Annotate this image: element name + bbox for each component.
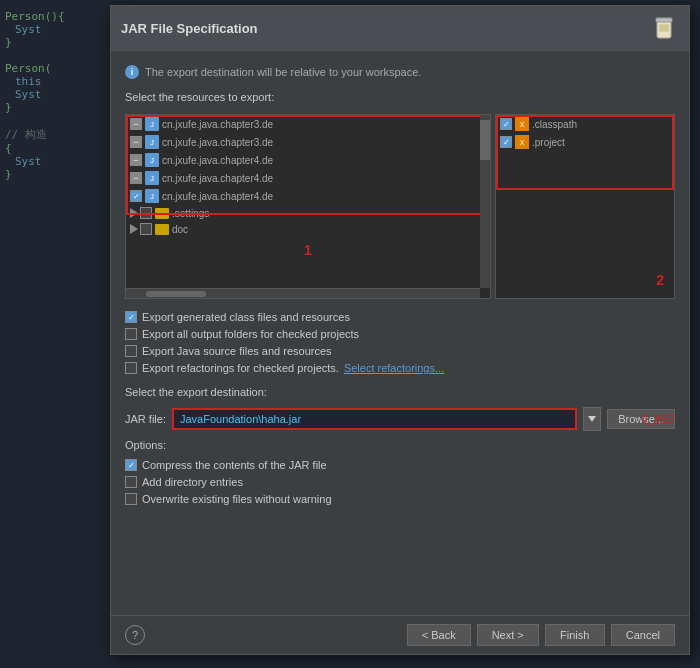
add-directory-label: Add directory entries [142, 476, 243, 488]
tree-item-label: cn.jxufe.java.chapter4.de [162, 173, 273, 184]
export-options: Export generated class files and resourc… [125, 307, 675, 378]
dialog-title-bar: JAR File Specification [111, 6, 689, 51]
jar-annotation: 0_3657 [642, 414, 675, 425]
tree-item-label: cn.jxufe.java.chapter4.de [162, 191, 273, 202]
right-file-panel[interactable]: 2 X .classpath X .project [495, 114, 675, 299]
tree-checkbox[interactable] [130, 190, 142, 202]
xml-icon: X [515, 117, 529, 131]
export-class-files-checkbox[interactable] [125, 311, 137, 323]
finish-button[interactable]: Finish [545, 624, 605, 646]
export-refactorings-row[interactable]: Export refactorings for checked projects… [125, 362, 675, 374]
tree-checkbox[interactable] [130, 154, 142, 166]
annotation-1: 1 [304, 242, 312, 258]
tree-item-label: doc [172, 224, 188, 235]
folder-icon [155, 208, 169, 219]
dialog-body: i The export destination will be relativ… [111, 51, 689, 615]
tree-item[interactable]: J cn.jxufe.java.chapter4.de [126, 187, 490, 205]
dropdown-arrow[interactable] [583, 407, 601, 431]
xml-icon: X [515, 135, 529, 149]
scrollbar-thumb[interactable] [146, 291, 206, 297]
cancel-button[interactable]: Cancel [611, 624, 675, 646]
file-checkbox[interactable] [500, 136, 512, 148]
export-output-folders-row[interactable]: Export all output folders for checked pr… [125, 328, 675, 340]
jar-row: JAR file: 0_3657 Browse... [125, 407, 675, 431]
info-bar: i The export destination will be relativ… [125, 61, 675, 83]
tree-item-doc[interactable]: doc [126, 221, 490, 237]
file-checkbox[interactable] [500, 118, 512, 130]
java-package-icon: J [145, 189, 159, 203]
chevron-down-icon [588, 416, 596, 422]
tree-item-label: cn.jxufe.java.chapter3.de [162, 119, 273, 130]
info-text: The export destination will be relative … [145, 66, 421, 78]
tree-item-label: cn.jxufe.java.chapter4.de [162, 155, 273, 166]
file-label: .classpath [532, 119, 577, 130]
export-output-folders-checkbox[interactable] [125, 328, 137, 340]
tree-checkbox[interactable] [130, 118, 142, 130]
java-package-icon: J [145, 171, 159, 185]
help-button[interactable]: ? [125, 625, 145, 645]
destination-label: Select the export destination: [125, 386, 675, 398]
tree-item[interactable]: J cn.jxufe.java.chapter3.de [126, 115, 490, 133]
dialog-footer: ? < Back Next > Finish Cancel [111, 615, 689, 654]
tree-checkbox[interactable] [140, 223, 152, 235]
options-section: Options: Compress the contents of the JA… [125, 439, 675, 505]
tree-panel[interactable]: 1 J cn.jxufe.java.chapter3.de J cn.jxufe… [125, 114, 491, 299]
java-package-icon: J [145, 135, 159, 149]
export-refactorings-label: Export refactorings for checked projects… [142, 362, 339, 374]
compress-checkbox[interactable] [125, 459, 137, 471]
export-java-source-label: Export Java source files and resources [142, 345, 332, 357]
java-package-icon: J [145, 117, 159, 131]
dialog-title: JAR File Specification [121, 21, 258, 36]
export-java-source-row[interactable]: Export Java source files and resources [125, 345, 675, 357]
export-java-source-checkbox[interactable] [125, 345, 137, 357]
select-refactorings-link[interactable]: Select refactorings... [344, 362, 444, 374]
jar-specification-dialog: JAR File Specification i The export dest… [110, 5, 690, 655]
info-icon: i [125, 65, 139, 79]
collapse-triangle [130, 208, 138, 218]
add-directory-row[interactable]: Add directory entries [125, 476, 675, 488]
tree-item-settings[interactable]: .settings [126, 205, 490, 221]
overwrite-row[interactable]: Overwrite existing files without warning [125, 493, 675, 505]
add-directory-checkbox[interactable] [125, 476, 137, 488]
scrollbar-thumb[interactable] [480, 120, 490, 160]
overwrite-label: Overwrite existing files without warning [142, 493, 332, 505]
back-button[interactable]: < Back [407, 624, 471, 646]
export-output-folders-label: Export all output folders for checked pr… [142, 328, 359, 340]
jar-icon [647, 12, 679, 44]
tree-item-label: cn.jxufe.java.chapter3.de [162, 137, 273, 148]
svg-rect-1 [656, 18, 672, 22]
horizontal-scrollbar[interactable] [126, 288, 480, 298]
tree-checkbox[interactable] [130, 136, 142, 148]
resources-label: Select the resources to export: [125, 91, 675, 103]
overwrite-checkbox[interactable] [125, 493, 137, 505]
jar-input-wrapper: 0_3657 [172, 408, 577, 430]
export-class-files-row[interactable]: Export generated class files and resourc… [125, 311, 675, 323]
project-item[interactable]: X .project [496, 133, 674, 151]
tree-checkbox[interactable] [130, 172, 142, 184]
file-label: .project [532, 137, 565, 148]
java-package-icon: J [145, 153, 159, 167]
vertical-scrollbar[interactable] [480, 115, 490, 288]
jar-file-input[interactable] [174, 410, 575, 428]
tree-item[interactable]: J cn.jxufe.java.chapter4.de [126, 169, 490, 187]
export-refactorings-checkbox[interactable] [125, 362, 137, 374]
classpath-item[interactable]: X .classpath [496, 115, 674, 133]
tree-item[interactable]: J cn.jxufe.java.chapter3.de [126, 133, 490, 151]
options-label: Options: [125, 439, 675, 451]
tree-item[interactable]: J cn.jxufe.java.chapter4.de [126, 151, 490, 169]
resources-panel: 1 J cn.jxufe.java.chapter3.de J cn.jxufe… [125, 114, 675, 299]
footer-buttons: < Back Next > Finish Cancel [407, 624, 675, 646]
folder-icon [155, 224, 169, 235]
compress-option-row[interactable]: Compress the contents of the JAR file [125, 459, 675, 471]
jar-label: JAR file: [125, 413, 166, 425]
annotation-2: 2 [656, 272, 664, 288]
collapse-triangle [130, 224, 138, 234]
tree-checkbox[interactable] [140, 207, 152, 219]
bg-code-panel: Person(){ Syst } Person( this Syst } // … [0, 0, 120, 668]
export-class-files-label: Export generated class files and resourc… [142, 311, 350, 323]
spacer [125, 513, 675, 605]
destination-section: Select the export destination: JAR file:… [125, 386, 675, 431]
compress-label: Compress the contents of the JAR file [142, 459, 327, 471]
tree-item-label: .settings [172, 208, 209, 219]
next-button[interactable]: Next > [477, 624, 539, 646]
